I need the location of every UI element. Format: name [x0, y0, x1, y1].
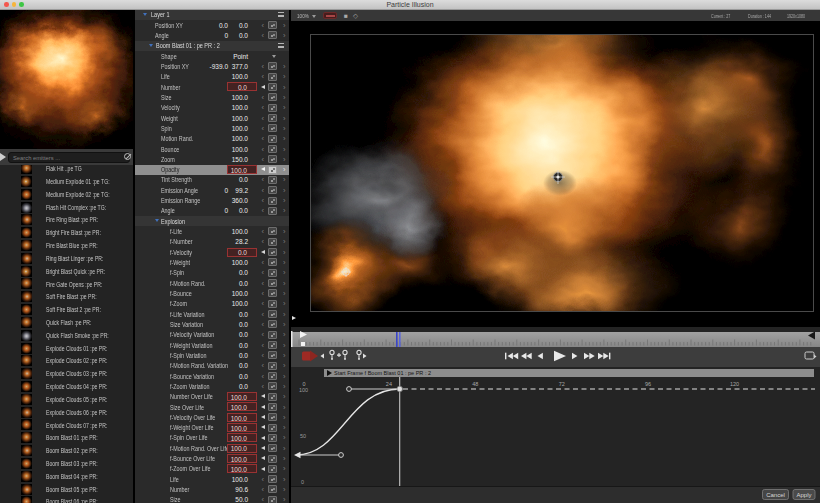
svg-text:Cancel: Cancel [766, 492, 785, 498]
svg-text:100: 100 [299, 387, 308, 393]
svg-text:Apply: Apply [796, 492, 811, 498]
svg-text:48: 48 [472, 381, 478, 387]
svg-text:120: 120 [730, 381, 739, 387]
svg-text:Start Frame f Boom Blast 01 :: Start Frame f Boom Blast 01 : pe PR : 2 [334, 369, 431, 376]
svg-text:0: 0 [301, 479, 304, 485]
svg-text:96: 96 [645, 381, 651, 387]
svg-text:24: 24 [386, 381, 392, 387]
svg-text:72: 72 [559, 381, 565, 387]
svg-text:50: 50 [300, 433, 306, 439]
